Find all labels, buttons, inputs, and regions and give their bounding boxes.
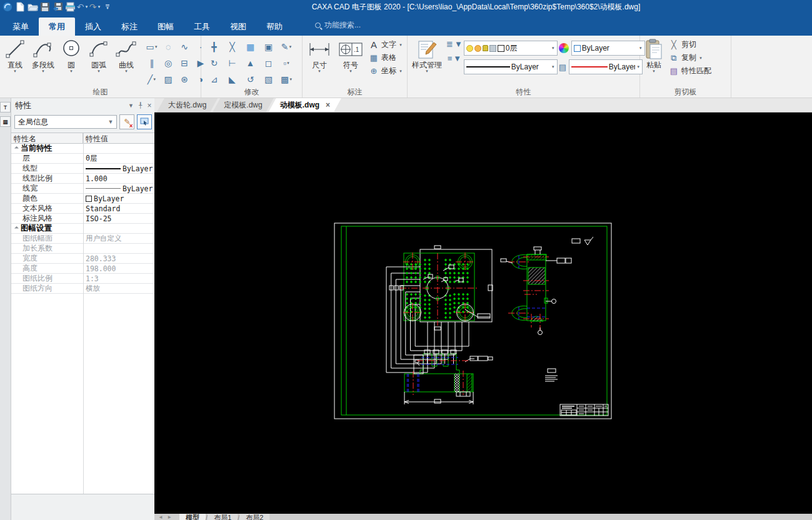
draw-small-grid: ▭▼◌∿·∥◎⊟▶╱▼▨⊛◑ — [144, 39, 209, 88]
layout-tab-2[interactable]: 布局2 — [239, 514, 269, 520]
open-file-icon[interactable] — [26, 1, 39, 13]
contour-icon[interactable]: ∿ — [176, 39, 193, 55]
print-icon[interactable] — [64, 1, 76, 13]
segment-icon[interactable]: ╱▼ — [144, 71, 160, 88]
cut-button[interactable]: ╳ 剪切 — [666, 38, 714, 51]
panel-menu-icon[interactable]: ▼ — [128, 102, 134, 109]
lineweight-combo[interactable]: ByLayer ▼ — [569, 59, 643, 74]
layout-nav-arrows[interactable]: ◄ ► — [158, 514, 173, 520]
redo-icon[interactable]: ↷▼ — [89, 1, 101, 13]
gear-icon[interactable]: ⊛ — [176, 71, 193, 88]
scope-combo[interactable]: 全局信息 ▼ — [14, 115, 117, 129]
bolt-icon[interactable]: ⊟ — [176, 55, 193, 71]
match-properties-button[interactable]: ▤ 特性匹配 — [666, 64, 714, 78]
hole-axis-icon[interactable]: ◎ — [160, 55, 176, 71]
save-icon[interactable] — [39, 1, 51, 13]
lineweight-sample — [571, 66, 608, 68]
copy-icon: ⧉ — [669, 53, 679, 63]
menu-tab-0[interactable]: 菜单 — [3, 18, 39, 36]
linetype-tool-icon[interactable]: ≡▼ — [448, 54, 461, 63]
edit-cancel-button[interactable]: ✎× — [119, 114, 134, 129]
rotate-copy-icon[interactable]: ↻ — [205, 55, 223, 71]
draw-polyline-icon-button[interactable]: 多段线▼ — [29, 37, 58, 73]
menu-tab-2[interactable]: 插入 — [75, 18, 111, 36]
explode-icon[interactable]: ▧ — [259, 71, 278, 88]
doc-tab-0[interactable]: 大齿轮.dwg — [157, 98, 218, 112]
layout-tab-0[interactable]: 模型 — [179, 514, 206, 520]
ribbon-group-draw: 直线▼多段线▼圆▼圆弧▼曲线▼ ▭▼◌∿·∥◎⊟▶╱▼▨⊛◑ 绘图 — [0, 36, 201, 98]
linetype-combo[interactable]: ByLayer ▼ — [464, 59, 558, 74]
trim-icon[interactable]: ╳ — [223, 39, 241, 55]
fill-icon[interactable]: ▩▼ — [278, 71, 296, 88]
customize-toolbar-icon[interactable]: ▼ — [101, 1, 114, 13]
draw-spline-icon-button[interactable]: 曲线▼ — [113, 37, 140, 73]
ellipse-icon[interactable]: ◌ — [160, 39, 176, 55]
array-icon[interactable]: ▦ — [241, 39, 259, 55]
copy-button[interactable]: ⧉ 复制▼ — [666, 51, 714, 64]
coordinate-button[interactable]: ⊕ 坐标▼ — [366, 64, 405, 78]
dimension-icon — [307, 38, 332, 61]
layer-thaw-icon — [474, 45, 481, 52]
extend-icon[interactable]: ⊢ — [223, 55, 241, 71]
ribbon-group-annotate: 尺寸 ▼ .1 符号 ▼ A 文字▼ ▦ 表格 ⊕ — [303, 36, 408, 98]
hatch-icon[interactable]: ▨ — [160, 71, 176, 88]
color-combo[interactable]: ByLayer ▼ — [571, 41, 645, 56]
save-as-icon[interactable] — [51, 1, 64, 13]
table-icon: ▦ — [369, 53, 379, 62]
edit-icon[interactable]: ✎▼ — [278, 39, 296, 55]
layer-combo[interactable]: 0层 ▼ — [464, 41, 558, 56]
text-button[interactable]: A 文字▼ — [366, 38, 405, 51]
layer-tool-icon[interactable]: ≣▼ — [446, 39, 463, 49]
draw-circle-icon-button[interactable]: 圆▼ — [58, 37, 85, 73]
table-button[interactable]: ▦ 表格 — [366, 51, 405, 64]
draw-line-icon-button[interactable]: 直线▼ — [1, 37, 29, 73]
doc-tab-2[interactable]: 动模板.dwg× — [269, 98, 341, 112]
window-title: CAXA CAD 电子图板 2020 - [C:\Users\liao_\App… — [150, 2, 812, 12]
doc-tab-1[interactable]: 定模板.dwg — [213, 98, 273, 112]
chamfer-icon[interactable]: ◣ — [223, 71, 241, 88]
app-logo-icon[interactable] — [1, 1, 14, 13]
rotate-icon[interactable]: ↺ — [241, 71, 259, 88]
color-wheel-icon[interactable] — [559, 43, 569, 53]
modify-grid: ╋╳▦▣✎▼↻⊢▲◻▫▼⊿◣↺▧▩▼ — [205, 39, 296, 88]
break-icon[interactable]: ▫▼ — [278, 55, 296, 71]
menu-tab-7[interactable]: 帮助 — [256, 18, 293, 36]
new-file-icon[interactable] — [14, 1, 26, 13]
stretch-icon[interactable]: ▣ — [259, 39, 278, 55]
properties-group-label: 特性 — [409, 88, 638, 98]
scale-icon[interactable]: ◻ — [259, 55, 278, 71]
dimension-button[interactable]: 尺寸 ▼ — [304, 37, 335, 73]
close-icon[interactable]: × — [147, 101, 151, 110]
symbol-button[interactable]: .1 符号 ▼ — [335, 37, 366, 73]
move-icon[interactable]: ╋ — [205, 39, 223, 55]
paste-button[interactable]: 粘贴 ▼ — [641, 37, 666, 73]
draw-big-buttons: 直线▼多段线▼圆▼圆弧▼曲线▼ — [1, 37, 140, 73]
quick-select-button[interactable] — [137, 114, 152, 129]
offset-icon[interactable]: ⊿ — [205, 71, 223, 88]
collapse-icon — [14, 146, 19, 151]
layout-tab-1[interactable]: 布局1 — [208, 514, 238, 520]
menu-tab-4[interactable]: 图幅 — [148, 18, 184, 36]
function-search[interactable]: 功能搜索... — [315, 20, 361, 31]
mirror-icon[interactable]: ▲ — [241, 55, 259, 71]
layer-print-icon — [489, 45, 496, 52]
rectangle-icon[interactable]: ▭▼ — [144, 39, 160, 55]
parallel-line-icon[interactable]: ∥ — [144, 55, 160, 71]
menu-tab-3[interactable]: 标注 — [111, 18, 148, 36]
paste-icon — [644, 38, 663, 61]
line-icon — [4, 38, 26, 61]
properties-palette-tab[interactable]: T — [0, 102, 11, 112]
menu-tab-5[interactable]: 工具 — [184, 18, 220, 36]
undo-icon[interactable]: ↶▼ — [76, 1, 89, 13]
style-manager-button[interactable]: 样式管理 ▼ — [409, 37, 445, 73]
draw-arc-icon-button[interactable]: 圆弧▼ — [85, 37, 113, 73]
title-block — [560, 404, 608, 416]
drawing-canvas[interactable] — [154, 112, 812, 514]
library-palette-tab[interactable]: ▦ — [0, 116, 11, 127]
menu-tab-6[interactable]: 视图 — [220, 18, 256, 36]
lineweight-tool-icon[interactable]: ▤ — [559, 62, 566, 72]
menu-tab-1[interactable]: 常用 — [39, 18, 75, 36]
coordinate-icon: ⊕ — [369, 66, 379, 76]
close-doc-icon[interactable]: × — [326, 101, 330, 109]
pin-icon[interactable]: ╀ — [139, 102, 142, 109]
